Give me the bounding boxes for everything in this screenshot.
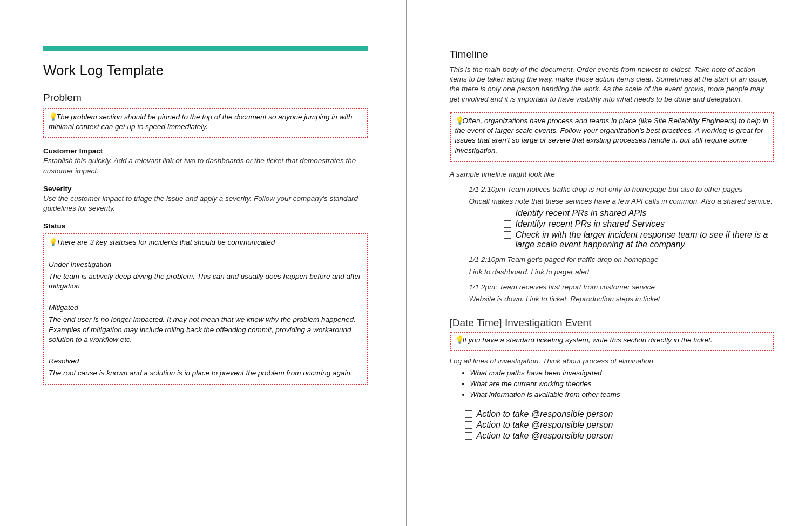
checkbox-item[interactable]: Identify recent PRs in shared APIs <box>504 208 775 218</box>
lightbulb-icon: 💡 <box>455 335 463 345</box>
checkbox-label: Identify recent PRs in shared APIs <box>516 208 647 218</box>
list-item: What information is available from other… <box>470 390 775 400</box>
page-right: Timeline This is the main body of the do… <box>407 0 813 526</box>
callout-text: The problem section should be pinned to … <box>49 113 353 131</box>
section-investigation-heading: [Date Time] Investigation Event <box>450 317 775 329</box>
entry-line: Website is down. Link to ticket. Reprodu… <box>469 294 775 304</box>
checkbox-item[interactable]: Action to take @responsible person <box>465 431 775 441</box>
section-problem-heading: Problem <box>43 92 368 104</box>
sample-lead: A sample timeline might look like <box>450 170 775 179</box>
investigation-lead: Log all lines of investigation. Think ab… <box>450 356 775 366</box>
timeline-entry-3: 1/1 2pm: Team receives first report from… <box>469 282 775 304</box>
page-spread: Work Log Template Problem 💡The problem s… <box>0 0 812 526</box>
checkbox-icon <box>504 231 511 239</box>
timeline-entry-2: 1/1 2:10pm Team get's paged for traffic … <box>469 255 775 277</box>
entry-line: Oncall makes note that these services ha… <box>469 197 775 206</box>
checkbox-label: Action to take @responsible person <box>477 420 613 430</box>
status-mitigated-p: The end user is no longer impacted. It m… <box>49 315 363 345</box>
timeline-entry-1: 1/1 2:10pm Team notices traffic drop is … <box>469 185 775 249</box>
subhead-customer-impact: Customer Impact <box>43 147 368 155</box>
checkbox-label: Action to take @responsible person <box>477 409 613 419</box>
checkbox-icon <box>504 210 511 217</box>
callout-text: Often, organizations have process and te… <box>455 117 769 154</box>
entry-line: 1/1 2:10pm Team get's paged for traffic … <box>469 255 775 265</box>
lightbulb-icon: 💡 <box>49 238 56 247</box>
doc-title: Work Log Template <box>43 62 368 79</box>
checkbox-icon <box>465 421 472 429</box>
callout-text: If you have a standard ticketing system,… <box>463 336 713 344</box>
callout-investigation: 💡If you have a standard ticketing system… <box>450 332 775 350</box>
status-mitigated-h: Mitigated <box>49 303 363 313</box>
entry-line: Link to dashboard. Link to pager alert <box>469 267 775 277</box>
page-left: Work Log Template Problem 💡The problem s… <box>0 0 406 526</box>
list-item: What are the current working theories <box>470 379 775 389</box>
checkbox-item[interactable]: Action to take @responsible person <box>465 409 775 419</box>
checkbox-icon <box>465 410 472 418</box>
status-under-investigation-h: Under Investigation <box>49 260 363 269</box>
checkbox-icon <box>504 220 511 228</box>
subhead-severity: Severity <box>43 185 368 193</box>
checkbox-label: Identifyr recent PRs in shared Services <box>516 219 665 229</box>
checkbox-label: Check in with the larger incident respon… <box>516 230 775 249</box>
accent-bar <box>43 46 368 51</box>
callout-problem: 💡The problem section should be pinned to… <box>43 108 368 138</box>
list-item: What code paths have been investigated <box>470 368 775 378</box>
lightbulb-icon: 💡 <box>49 112 56 122</box>
status-under-investigation-p: The team is actively deep diving the pro… <box>49 272 363 291</box>
subhead-status: Status <box>43 222 368 230</box>
lightbulb-icon: 💡 <box>455 116 463 126</box>
status-resolved-h: Resolved <box>49 356 363 366</box>
callout-status: 💡There are 3 key statuses for incidents … <box>43 233 368 385</box>
status-resolved-p: The root cause is known and a solution i… <box>49 368 363 378</box>
checkbox-label: Action to take @responsible person <box>477 431 613 441</box>
timeline-intro: This is the main body of the document. O… <box>450 65 775 104</box>
customer-impact-text: Establish this quickly. Add a relevant l… <box>43 156 368 176</box>
checkbox-icon <box>465 432 472 440</box>
severity-text: Use the customer impact to triage the is… <box>43 194 368 213</box>
section-timeline-heading: Timeline <box>450 49 775 60</box>
callout-text: There are 3 key statuses for incidents t… <box>56 238 275 246</box>
entry-line: 1/1 2pm: Team receives first report from… <box>469 282 775 292</box>
investigation-bullets: What code paths have been investigated W… <box>470 368 775 400</box>
callout-timeline: 💡Often, organizations have process and t… <box>450 112 775 162</box>
checkbox-item[interactable]: Action to take @responsible person <box>465 420 775 430</box>
entry-line: 1/1 2:10pm Team notices traffic drop is … <box>469 185 775 194</box>
checkbox-item[interactable]: Check in with the larger incident respon… <box>504 230 775 249</box>
checkbox-item[interactable]: Identifyr recent PRs in shared Services <box>504 219 775 229</box>
